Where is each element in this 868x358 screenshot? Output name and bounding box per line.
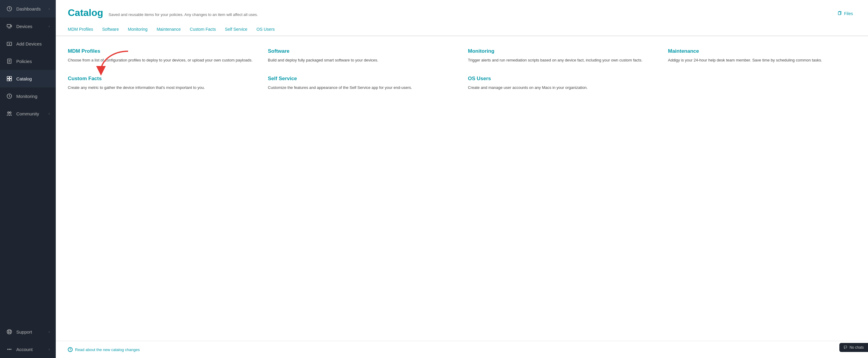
community-icon <box>6 110 13 117</box>
sidebar-item-policies[interactable]: Policies <box>0 53 56 70</box>
no-chats-badge[interactable]: No chats <box>839 343 868 352</box>
tab-maintenance[interactable]: Maintenance <box>157 24 187 36</box>
card-software-desc: Build and deploy fully packaged smart so… <box>268 57 456 64</box>
footer-link-label: Read about the new catalog changes <box>75 348 140 352</box>
sidebar-item-support[interactable]: Support › <box>0 323 56 340</box>
support-chevron: › <box>49 330 50 334</box>
files-icon <box>837 11 842 16</box>
svg-rect-2 <box>10 25 11 27</box>
sidebar-item-catalog[interactable]: Catalog <box>0 70 56 87</box>
page-title: Catalog <box>68 7 103 19</box>
policies-icon <box>6 58 13 64</box>
sidebar-item-monitoring-label: Monitoring <box>16 94 50 99</box>
help-icon: ? <box>68 347 73 352</box>
card-maintenance: Maintenance Addigy is your 24-hour help … <box>668 48 856 64</box>
no-chats-label: No chats <box>849 345 864 350</box>
svg-rect-17 <box>838 12 841 15</box>
card-maintenance-title[interactable]: Maintenance <box>668 48 856 54</box>
card-software: Software Build and deploy fully packaged… <box>268 48 456 64</box>
card-mdm-profiles-title[interactable]: MDM Profiles <box>68 48 256 54</box>
files-button[interactable]: Files <box>837 11 856 16</box>
sidebar-item-policies-label: Policies <box>16 59 50 64</box>
card-self-service-title[interactable]: Self Service <box>268 76 456 82</box>
card-maintenance-desc: Addigy is your 24-hour help desk team me… <box>668 57 856 64</box>
card-mdm-profiles-desc: Choose from a list of configuration prof… <box>68 57 256 64</box>
sidebar-item-support-label: Support <box>16 329 45 334</box>
add-devices-icon <box>6 40 13 47</box>
account-chevron: › <box>49 348 50 351</box>
card-monitoring: Monitoring Trigger alerts and run remedi… <box>468 48 656 64</box>
account-icon <box>6 346 13 353</box>
community-chevron: › <box>49 112 50 116</box>
svg-rect-19 <box>844 346 846 348</box>
card-software-title[interactable]: Software <box>268 48 456 54</box>
footer-link[interactable]: ? Read about the new catalog changes <box>68 347 856 352</box>
card-os-users: OS Users Create and manage user accounts… <box>468 76 656 91</box>
sidebar-item-catalog-label: Catalog <box>16 76 50 82</box>
sidebar-item-account-label: Account <box>16 347 45 352</box>
tab-mdm-profiles[interactable]: MDM Profiles <box>68 24 99 36</box>
monitoring-icon <box>6 93 13 99</box>
page-header: Catalog Saved and reusable items for you… <box>56 0 868 19</box>
tab-monitoring[interactable]: Monitoring <box>128 24 153 36</box>
page-subtitle: Saved and reusable items for your polici… <box>108 12 258 17</box>
card-os-users-title[interactable]: OS Users <box>468 76 656 82</box>
card-self-service-desc: Customize the features and appearance of… <box>268 85 456 91</box>
catalog-cards-grid: MDM Profiles Choose from a list of confi… <box>68 48 856 91</box>
devices-icon <box>6 23 13 30</box>
tab-self-service[interactable]: Self Service <box>225 24 253 36</box>
svg-point-13 <box>8 331 10 333</box>
footer-area: ? Read about the new catalog changes <box>56 341 868 358</box>
devices-chevron: › <box>49 24 50 28</box>
svg-point-15 <box>9 349 10 350</box>
svg-rect-7 <box>7 79 9 81</box>
chat-icon <box>844 345 848 350</box>
sidebar-item-dashboards-label: Dashboards <box>16 6 45 11</box>
sidebar-item-add-devices[interactable]: Add Devices <box>0 35 56 53</box>
sidebar-item-add-devices-label: Add Devices <box>16 41 50 46</box>
sidebar-item-monitoring[interactable]: Monitoring <box>0 87 56 105</box>
support-icon <box>6 328 13 335</box>
sidebar-item-account[interactable]: Account › <box>0 340 56 358</box>
sidebar-item-devices-label: Devices <box>16 24 45 29</box>
main-content: Catalog Saved and reusable items for you… <box>56 0 868 358</box>
svg-point-16 <box>10 349 11 350</box>
tab-os-users[interactable]: OS Users <box>256 24 281 36</box>
svg-rect-6 <box>10 76 12 79</box>
sidebar-item-dashboards[interactable]: Dashboards › <box>0 0 56 18</box>
sidebar-item-devices[interactable]: Devices › <box>0 18 56 35</box>
sidebar: Dashboards › Devices › Add Devices <box>0 0 56 358</box>
sidebar-item-community[interactable]: Community › <box>0 105 56 122</box>
files-label: Files <box>844 11 853 16</box>
dashboards-chevron: › <box>49 7 50 10</box>
svg-point-11 <box>10 112 11 113</box>
card-monitoring-title[interactable]: Monitoring <box>468 48 656 54</box>
card-custom-facts-desc: Create any metric to gather the device i… <box>68 85 256 91</box>
tab-software[interactable]: Software <box>102 24 125 36</box>
catalog-content: MDM Profiles Choose from a list of confi… <box>56 36 868 341</box>
dashboards-icon <box>6 5 13 12</box>
card-monitoring-desc: Trigger alerts and run remediation scrip… <box>468 57 656 64</box>
svg-point-10 <box>7 112 9 113</box>
svg-point-14 <box>7 349 8 350</box>
tab-custom-facts[interactable]: Custom Facts <box>190 24 222 36</box>
card-custom-facts-title[interactable]: Custom Facts <box>68 76 256 82</box>
sidebar-item-community-label: Community <box>16 111 45 116</box>
card-custom-facts: Custom Facts Create any metric to gather… <box>68 76 256 91</box>
catalog-icon <box>6 75 13 82</box>
nav-tabs: MDM Profiles Software Monitoring Mainten… <box>56 24 868 36</box>
card-os-users-desc: Create and manage user accounts on any M… <box>468 85 656 91</box>
svg-rect-8 <box>10 79 12 81</box>
svg-rect-5 <box>7 76 9 79</box>
card-mdm-profiles: MDM Profiles Choose from a list of confi… <box>68 48 256 64</box>
svg-rect-1 <box>7 24 11 27</box>
card-self-service: Self Service Customize the features and … <box>268 76 456 91</box>
